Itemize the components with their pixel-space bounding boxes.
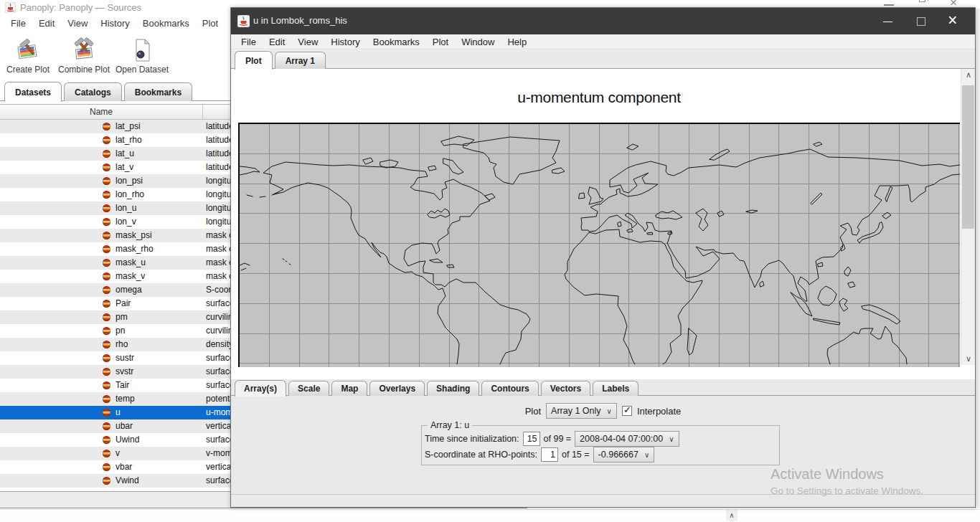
variable-description: density [206,338,233,351]
table-row[interactable]: mask_umask on [0,256,244,270]
scoord-combo[interactable]: -0.966667∨ [593,447,655,462]
variable-icon [103,150,110,158]
tab-labels[interactable]: Labels [593,381,639,396]
table-row[interactable]: mask_vmask on [0,270,244,283]
open-dataset-button[interactable]: Open Dataset [113,37,171,79]
variable-name: vbar [116,460,132,474]
menu-item-file[interactable]: File [4,16,32,32]
table-row[interactable]: vv-mome [0,447,244,460]
open-dataset-label: Open Dataset [113,65,171,75]
time-combo[interactable]: 2008-04-04 07:00:00∨ [575,431,679,447]
table-row[interactable]: lat_psilatitude [0,120,244,133]
scroll-up-icon[interactable]: ∧ [961,69,976,81]
menu-item-view[interactable]: View [61,16,94,32]
menu-item-help[interactable]: Help [501,34,533,49]
table-row[interactable]: pmcurviline [0,310,244,324]
fg-titlebar[interactable]: u in Lombok_roms_his [231,8,975,34]
plot-client-area: u-momentum component [231,69,975,378]
tab-scale[interactable]: Scale [288,381,329,396]
tab-vectors[interactable]: Vectors [541,381,590,396]
table-row[interactable]: Tairsurface [0,379,244,392]
table-row[interactable]: pncurviline [0,324,244,338]
tab-contours[interactable]: Contours [481,381,538,396]
vertical-scroll-thumb[interactable] [962,85,974,229]
chevron-down-icon: ∨ [669,435,674,443]
variable-name: svstr [116,365,133,379]
plot-vertical-scrollbar[interactable]: ∧ ∨ [961,69,975,365]
table-row[interactable]: omegaS-coordi [0,283,244,297]
variable-name: ubar [116,419,133,433]
fg-close-button[interactable] [938,8,971,34]
plot-title: u-momentum component [238,89,960,106]
menu-item-window[interactable]: Window [455,34,501,49]
menu-item-history[interactable]: History [94,16,136,32]
scroll-down-icon[interactable]: ∨ [961,353,976,365]
table-row[interactable]: lat_ulatitude [0,147,244,161]
scoord-of-label: of 15 = [562,450,590,460]
menu-item-view[interactable]: View [291,34,324,49]
bg-restore-button[interactable] [919,0,925,2]
table-row[interactable]: svstrsurface [0,365,244,379]
menu-item-history[interactable]: History [324,34,366,49]
table-row[interactable]: lat_vlatitude [0,161,244,174]
table-row[interactable]: sustrsurface [0,351,244,365]
tab-map[interactable]: Map [331,381,367,396]
variable-icon [103,354,110,362]
tab-plot[interactable]: Plot [235,51,273,70]
tab-bookmarks[interactable]: Bookmarks [124,82,192,101]
plot-combo[interactable]: Array 1 Only∨ [546,403,617,419]
variable-icon [103,341,110,348]
table-row[interactable]: Uwindsurface [0,433,244,447]
table-row[interactable]: mask_rhomask on [0,242,244,256]
taskbar[interactable]: ∧ [0,509,980,522]
tab-shading[interactable]: Shading [427,381,479,396]
variable-icon [103,450,110,457]
name-column-header[interactable]: Name [0,105,203,119]
variable-name: mask_v [116,270,145,283]
menu-item-bookmarks[interactable]: Bookmarks [136,16,196,32]
tab-datasets[interactable]: Datasets [4,82,62,102]
variable-icon [103,177,110,185]
chevron-down-icon: ∨ [644,451,649,459]
interpolate-checkbox[interactable] [622,406,632,416]
tab-array-s-[interactable]: Array(s) [235,380,286,397]
tab-catalogs[interactable]: Catalogs [64,82,122,101]
variable-icon [103,463,110,471]
menu-item-edit[interactable]: Edit [32,16,61,32]
table-row[interactable]: mask_psimask on [0,229,244,242]
table-row[interactable]: Vwindsurface [0,474,244,488]
table-row[interactable]: lon_ulongitud [0,201,244,215]
bg-minimize-button[interactable] [884,0,894,6]
tab-overlays[interactable]: Overlays [369,381,425,396]
menu-item-plot[interactable]: Plot [426,34,455,49]
table-row[interactable]: Pairsurface [0,297,244,310]
table-row[interactable]: ubarverticall [0,419,244,433]
tab-array-1[interactable]: Array 1 [275,52,326,69]
table-header[interactable]: Name [0,105,244,120]
table-row[interactable]: lon_vlongitud [0,215,244,229]
time-index-field[interactable]: 15 [523,432,540,446]
combine-plot-button[interactable]: Combine Plot [55,37,113,79]
table-row[interactable]: lat_rholatitude [0,133,244,147]
table-row[interactable]: lon_rholongitud [0,188,244,201]
taskbar-hidden-icons-chevron[interactable]: ∧ [726,510,738,521]
fg-minimize-button[interactable] [872,8,905,34]
variable-icon [103,368,110,376]
table-row[interactable]: rhodensity [0,338,244,351]
table-row[interactable]: vbarverticall [0,460,244,474]
world-map[interactable] [238,123,960,367]
menu-item-plot[interactable]: Plot [196,16,225,32]
scoord-label: S-coordinate at RHO-points: [425,450,537,460]
scoord-index-field[interactable]: 1 [541,447,558,462]
fg-maximize-button[interactable] [905,8,938,34]
variable-name: lon_psi [116,174,143,188]
menu-item-bookmarks[interactable]: Bookmarks [367,34,426,49]
menu-item-edit[interactable]: Edit [263,34,291,49]
table-row[interactable]: lon_psilongitud [0,174,244,188]
create-plot-button[interactable]: Create Plot [3,37,53,79]
menu-item-file[interactable]: File [235,34,263,49]
array1-group-title: Array 1: u [428,420,472,430]
table-row[interactable]: uu-mome [0,406,244,419]
bg-scrollbar-strip[interactable] [975,9,980,508]
table-row[interactable]: temppotentia [0,392,244,406]
